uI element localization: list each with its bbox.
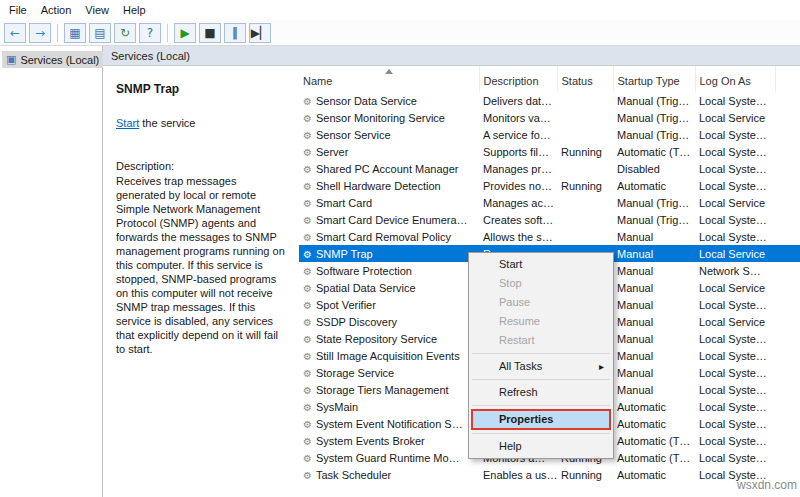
menu-file[interactable]: File	[2, 2, 34, 18]
column-header-description[interactable]: Description	[479, 66, 557, 92]
service-gear-icon: ⚙	[303, 266, 312, 277]
start-service-suffix: the service	[139, 117, 195, 129]
service-gear-icon: ⚙	[303, 470, 312, 481]
service-gear-icon: ⚙	[303, 130, 312, 141]
back-icon: ←	[10, 27, 20, 39]
column-header-name-label: Name	[303, 75, 332, 87]
submenu-arrow-icon: ▸	[599, 357, 604, 376]
help-button[interactable]: ?	[139, 23, 161, 43]
service-row[interactable]: ⚙Sensor Data Service Delivers dat… Manua…	[299, 92, 800, 109]
services-window: File Action View Help ←→▦▤↻?▶■‖▶▏ ▣ Serv…	[0, 0, 800, 497]
toolbar: ←→▦▤↻?▶■‖▶▏	[0, 20, 800, 46]
forward-button[interactable]: →	[29, 23, 51, 43]
help-icon: ?	[147, 27, 153, 39]
context-menu: Start Stop Pause Resume Restart All Task…	[468, 252, 614, 459]
service-row[interactable]: ⚙Smart Card Manages ac… Manual (Trig… Lo…	[299, 194, 800, 211]
description-label: Description:	[116, 160, 289, 172]
show-console-tree-button[interactable]: ▦	[64, 23, 86, 43]
column-header-startup-type[interactable]: Startup Type	[613, 66, 695, 92]
export-list-button[interactable]: ▤	[89, 23, 111, 43]
service-gear-icon: ⚙	[303, 164, 312, 175]
start-service-link[interactable]: Start	[116, 117, 139, 129]
column-header-log-on-as[interactable]: Log On As	[695, 66, 775, 92]
menu-action[interactable]: Action	[34, 2, 79, 18]
tree-item-services-local[interactable]: ▣ Services (Local)	[2, 51, 103, 68]
service-gear-icon: ⚙	[303, 334, 312, 345]
service-gear-icon: ⚙	[303, 453, 312, 464]
service-row[interactable]: ⚙Shared PC Account Manager Manages pr… D…	[299, 160, 800, 177]
table-header-row: Name Description Status Startup Type Log…	[299, 66, 800, 92]
service-gear-icon: ⚙	[303, 368, 312, 379]
watermark: wsxdn.com	[737, 478, 797, 492]
service-gear-icon: ⚙	[303, 96, 312, 107]
menu-item-properties[interactable]: Properties	[471, 409, 611, 430]
toolbar-separator	[57, 24, 58, 42]
menu-separator	[472, 353, 610, 354]
menu-item-refresh[interactable]: Refresh	[471, 383, 611, 402]
restart-service-button[interactable]: ▶▏	[249, 23, 271, 43]
refresh-icon: ↻	[120, 27, 130, 39]
pane-header: Services (Local)	[103, 46, 800, 66]
service-gear-icon: ⚙	[303, 147, 312, 158]
service-gear-icon: ⚙	[303, 436, 312, 447]
show-console-tree-icon: ▦	[69, 27, 80, 39]
start-service-line: Start the service	[116, 117, 289, 129]
pane-header-label: Services (Local)	[111, 50, 190, 62]
service-row[interactable]: ⚙Sensor Service A service fo… Manual (Tr…	[299, 126, 800, 143]
sort-ascending-icon	[385, 69, 393, 74]
forward-icon: →	[35, 27, 45, 39]
content-area: ▣ Services (Local) Services (Local) SNMP…	[0, 46, 800, 497]
menu-help[interactable]: Help	[116, 2, 153, 18]
service-gear-icon: ⚙	[303, 283, 312, 294]
toolbar-separator	[167, 24, 168, 42]
restart-service-icon: ▶▏	[251, 27, 269, 39]
tree-item-label: Services (Local)	[20, 54, 99, 66]
stop-service-icon: ■	[204, 27, 215, 39]
start-service-icon: ▶	[180, 27, 189, 39]
menu-view[interactable]: View	[78, 2, 116, 18]
service-gear-icon: ⚙	[303, 317, 312, 328]
menu-item-stop[interactable]: Stop	[471, 274, 611, 293]
pause-service-button[interactable]: ‖	[224, 23, 246, 43]
description-text: Receives trap messages generated by loca…	[116, 175, 289, 357]
service-gear-icon: ⚙	[303, 232, 312, 243]
menu-separator	[472, 433, 610, 434]
menu-separator	[472, 379, 610, 380]
detail-panel: SNMP Trap Start the service Description:…	[103, 66, 299, 497]
service-gear-icon: ⚙	[303, 351, 312, 362]
refresh-button[interactable]: ↻	[114, 23, 136, 43]
service-gear-icon: ⚙	[303, 113, 312, 124]
stop-service-button[interactable]: ■	[199, 23, 221, 43]
pane-body: SNMP Trap Start the service Description:…	[103, 66, 800, 497]
column-header-status[interactable]: Status	[557, 66, 613, 92]
start-service-button[interactable]: ▶	[174, 23, 196, 43]
column-header-filler	[775, 66, 800, 92]
service-row[interactable]: ⚙Smart Card Device Enumera… Creates soft…	[299, 211, 800, 228]
service-row[interactable]: ⚙Task Scheduler Enables a us… Running Au…	[299, 466, 800, 483]
menu-item-start[interactable]: Start	[471, 255, 611, 274]
menu-item-restart[interactable]: Restart	[471, 331, 611, 350]
service-gear-icon: ⚙	[303, 419, 312, 430]
service-gear-icon: ⚙	[303, 300, 312, 311]
service-gear-icon: ⚙	[303, 181, 312, 192]
main-pane: Services (Local) SNMP Trap Start the ser…	[103, 46, 800, 497]
menu-item-help[interactable]: Help	[471, 437, 611, 456]
service-row[interactable]: ⚙Sensor Monitoring Service Monitors va… …	[299, 109, 800, 126]
menu-item-all-tasks[interactable]: All Tasks ▸	[471, 357, 611, 376]
menu-item-resume[interactable]: Resume	[471, 312, 611, 331]
service-row[interactable]: ⚙Server Supports fil… Running Automatic …	[299, 143, 800, 160]
back-button[interactable]: ←	[4, 23, 26, 43]
service-gear-icon: ⚙	[303, 198, 312, 209]
service-gear-icon: ⚙	[303, 249, 312, 260]
service-gear-icon: ⚙	[303, 215, 312, 226]
export-list-icon: ▤	[94, 27, 105, 39]
menu-item-pause[interactable]: Pause	[471, 293, 611, 312]
menu-bar: File Action View Help	[0, 0, 800, 20]
service-row[interactable]: ⚙Smart Card Removal Policy Allows the s……	[299, 228, 800, 245]
column-header-name[interactable]: Name	[299, 66, 479, 92]
services-node-icon: ▣	[6, 53, 16, 66]
service-title: SNMP Trap	[116, 82, 289, 96]
pause-service-icon: ‖	[232, 27, 238, 39]
service-row[interactable]: ⚙Shell Hardware Detection Provides no… R…	[299, 177, 800, 194]
service-gear-icon: ⚙	[303, 385, 312, 396]
